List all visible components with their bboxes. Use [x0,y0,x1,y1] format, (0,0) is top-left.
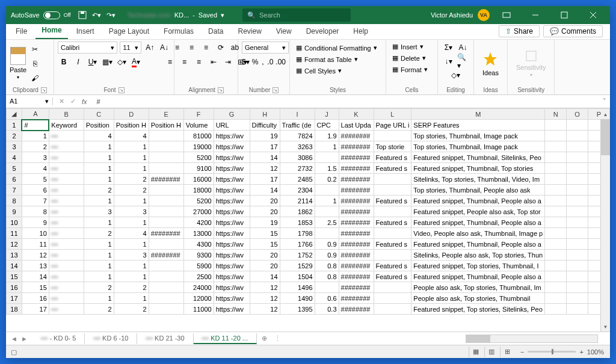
cell[interactable] [374,131,411,141]
cell[interactable]: 15 [250,228,280,239]
comments-button[interactable]: 💬Comments [543,25,603,37]
cell[interactable]: 27000 [183,206,214,217]
cell[interactable]: Featured s [374,271,411,282]
increase-font-icon[interactable]: A↑ [144,42,156,54]
cell[interactable]: 19 [250,217,280,228]
cell[interactable] [545,174,567,185]
cell[interactable]: 2 [114,282,149,293]
comma-icon[interactable]: , [260,56,265,68]
cell[interactable]: Featured snippet, Thumbnail, People also… [411,217,545,228]
cell[interactable]: https://wv [214,304,250,315]
column-header[interactable]: K [339,109,374,120]
cell[interactable]: Top stories, Thumbnail, Image pack [411,141,545,152]
autosum-icon[interactable]: Σ▾ [443,42,455,54]
cell[interactable] [374,282,411,293]
cell[interactable]: Position H [149,120,183,131]
column-header[interactable]: M [411,109,545,120]
cell[interactable]: ######## [339,228,374,239]
cell[interactable]: 1 [84,152,114,163]
cell[interactable]: ######## [339,217,374,228]
cell[interactable]: Featured snippet, Thumbnail, People also… [411,196,545,206]
cell[interactable]: 2 [114,304,149,315]
cell[interactable]: 3 [84,206,114,217]
cell[interactable]: ••• [49,282,84,293]
cell[interactable]: 9300 [183,250,214,261]
cell[interactable]: 1 [84,163,114,174]
cell[interactable]: ••• [49,152,84,163]
cell[interactable] [545,185,567,196]
cell[interactable]: https://wv [214,152,250,163]
cell[interactable]: 2500 [183,271,214,282]
cell[interactable]: 17 [22,304,49,315]
cell[interactable]: ######## [339,185,374,196]
tab-data[interactable]: Data [202,25,229,39]
cell[interactable]: 1 [114,141,149,152]
cell[interactable]: 1 [114,293,149,304]
fill-color-icon[interactable]: ◇▾ [116,56,128,68]
cell[interactable] [567,304,588,315]
scroll-down-icon[interactable]: ▼ [601,322,610,332]
cell[interactable]: https://wv [214,196,250,206]
row-header[interactable]: 2 [7,131,22,141]
row-header[interactable]: 17 [7,293,22,304]
horizontal-scrollbar[interactable] [466,335,598,343]
cell[interactable]: ######## [339,174,374,185]
cell[interactable]: 1853 [280,217,315,228]
cell[interactable] [545,196,567,206]
cell[interactable]: ••• [49,304,84,315]
row-header[interactable]: 6 [7,174,22,185]
cell[interactable]: Featured s [374,261,411,271]
cell[interactable]: 4 [114,228,149,239]
cell[interactable]: 0.2 [315,174,339,185]
column-header[interactable]: J [315,109,339,120]
dialog-launcher-icon[interactable]: ↘ [218,87,224,93]
cell[interactable]: 2 [114,174,149,185]
cell[interactable]: ######## [339,141,374,152]
cell[interactable] [545,228,567,239]
cell[interactable]: 24000 [183,282,214,293]
cell[interactable]: Top stories, Thumbnail, People also ask [411,185,545,196]
cell[interactable] [545,282,567,293]
cell[interactable]: 1 [114,217,149,228]
cell[interactable]: People also ask, Top stories, Thumbnail [411,293,545,304]
close-icon[interactable] [581,6,605,24]
cell[interactable]: ######## [339,250,374,261]
cell[interactable] [545,271,567,282]
cell[interactable]: ••• [49,141,84,152]
cell[interactable]: 1 [84,174,114,185]
cell[interactable]: 16 [22,293,49,304]
align-left-icon[interactable]: ≡ [164,56,176,68]
cell[interactable]: 4200 [183,217,214,228]
autosave-toggle[interactable]: AutoSave Off [11,11,71,19]
cell[interactable]: 1 [114,196,149,206]
cell[interactable]: Top stories, Thumbnail, Image pack [411,131,545,141]
cell[interactable]: 1504 [280,271,315,282]
cell[interactable]: ••• [49,217,84,228]
cell[interactable]: 16000 [183,174,214,185]
user-name[interactable]: Victor Ashiedu [431,11,473,19]
column-header[interactable]: B [49,109,84,120]
cell[interactable]: 0.8 [315,261,339,271]
cell[interactable]: 14 [250,185,280,196]
cell[interactable]: 1 [84,261,114,271]
cell[interactable]: 1 [84,196,114,206]
cell[interactable]: https://wv [214,282,250,293]
cell[interactable]: 1 [84,239,114,250]
cell[interactable]: https://wv [214,261,250,271]
cell[interactable]: Top storie [374,141,411,152]
cell[interactable] [545,152,567,163]
cell[interactable]: CPC [315,120,339,131]
cell[interactable]: 1 [114,271,149,282]
row-header[interactable]: 1 [7,120,22,131]
cell[interactable]: 1 [84,250,114,261]
cell[interactable] [567,239,588,250]
sheet-menu-icon[interactable]: ⋮ [272,335,283,342]
cell[interactable] [567,152,588,163]
cell[interactable]: ######## [339,271,374,282]
cell[interactable]: 1798 [280,228,315,239]
scroll-up-icon[interactable]: ▲ [601,110,610,119]
cell[interactable]: 8 [22,206,49,217]
clear-icon[interactable]: ◇▾ [450,69,462,81]
zoom-out-icon[interactable]: − [520,348,524,356]
row-header[interactable]: 7 [7,185,22,196]
